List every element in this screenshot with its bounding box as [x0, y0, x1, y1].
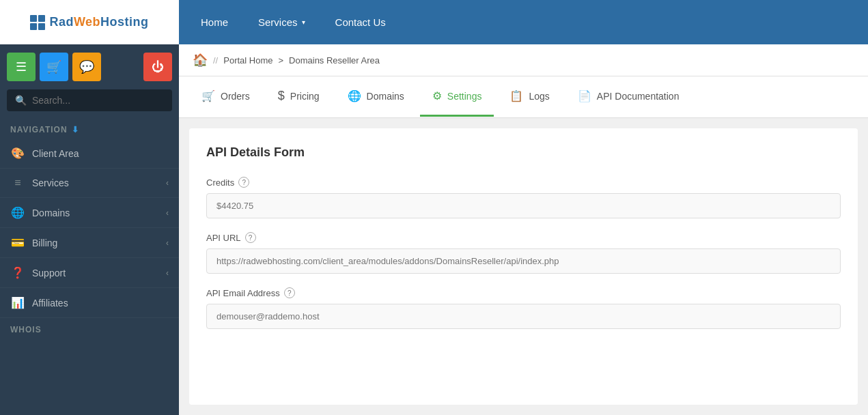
services-icon: ≡ [10, 177, 25, 189]
logo-grid-icon [30, 15, 45, 30]
client-area-icon: 🎨 [10, 147, 25, 160]
sidebar-item-services[interactable]: ≡ Services ‹ [0, 169, 179, 198]
nav-services[interactable]: Services ▾ [243, 0, 320, 44]
nav-items: Home Services ▾ Contact Us [179, 0, 401, 44]
credits-label: Credits ? [206, 177, 841, 188]
tab-pricing[interactable]: $ Pricing [266, 76, 332, 117]
credits-input[interactable] [206, 193, 841, 218]
api-details-form: API Details Form Credits ? API URL ? API… [189, 128, 858, 405]
api-email-input[interactable] [206, 304, 841, 329]
whois-label: WHOIS [0, 318, 179, 339]
orders-tab-icon: 🛒 [201, 89, 215, 102]
domains-arrow-icon: ‹ [166, 208, 169, 218]
cart-button[interactable]: 🛒 [40, 53, 68, 81]
api-email-help-icon[interactable]: ? [284, 287, 295, 298]
top-navigation: RadWebHosting Home Services ▾ Contact Us [0, 0, 868, 44]
services-arrow-icon: ‹ [166, 178, 169, 188]
chat-button[interactable]: 💬 [72, 53, 101, 81]
tab-settings[interactable]: ⚙ Settings [420, 77, 494, 117]
breadcrumb-separator: // [213, 55, 218, 66]
credits-help-icon[interactable]: ? [238, 177, 249, 188]
support-icon: ❓ [10, 266, 25, 279]
api-url-help-icon[interactable]: ? [245, 232, 256, 243]
api-email-label: API Email Address ? [206, 287, 841, 298]
sidebar: ☰ 🛒 💬 ⏻ 🔍 NAVIGATION ⬇ 🎨 Client Area ≡ S… [0, 44, 179, 415]
form-title: API Details Form [206, 145, 841, 160]
api-email-field: API Email Address ? [206, 287, 841, 329]
billing-icon: 💳 [10, 236, 25, 249]
tab-logs[interactable]: 📋 Logs [497, 77, 561, 117]
logs-tab-icon: 📋 [509, 89, 523, 102]
sidebar-item-billing[interactable]: 💳 Billing ‹ [0, 228, 179, 258]
main-layout: ☰ 🛒 💬 ⏻ 🔍 NAVIGATION ⬇ 🎨 Client Area ≡ S… [0, 44, 868, 415]
api-doc-tab-icon: 📄 [578, 89, 591, 102]
sidebar-item-support[interactable]: ❓ Support ‹ [0, 258, 179, 288]
sidebar-actions: ☰ 🛒 💬 ⏻ [0, 44, 179, 89]
pricing-tab-icon: $ [278, 89, 285, 103]
logo[interactable]: RadWebHosting [0, 0, 179, 44]
sidebar-search-container[interactable]: 🔍 [7, 89, 172, 111]
nav-home[interactable]: Home [186, 0, 243, 44]
settings-tab-icon: ⚙ [432, 89, 442, 102]
credits-field: Credits ? [206, 177, 841, 218]
tab-api-documentation[interactable]: 📄 API Documentation [565, 77, 692, 117]
home-icon[interactable]: 🏠 [193, 53, 208, 68]
domains-tab-icon: 🌐 [348, 89, 361, 102]
support-arrow-icon: ‹ [166, 268, 169, 278]
breadcrumb-portal-home[interactable]: Portal Home [223, 55, 272, 66]
search-icon: 🔍 [15, 95, 27, 106]
sidebar-item-client-area[interactable]: 🎨 Client Area [0, 139, 179, 169]
services-caret-icon: ▾ [302, 18, 305, 26]
domains-icon: 🌐 [10, 206, 25, 219]
sidebar-item-domains[interactable]: 🌐 Domains ‹ [0, 198, 179, 228]
search-input[interactable] [32, 95, 164, 106]
tab-orders[interactable]: 🛒 Orders [189, 77, 262, 117]
content-area: 🏠 // Portal Home > Domains Reseller Area… [179, 44, 868, 415]
api-url-field: API URL ? [206, 232, 841, 274]
breadcrumb-current: Domains Reseller Area [289, 55, 380, 66]
nav-caret-icon: ⬇ [72, 125, 79, 134]
api-url-label: API URL ? [206, 232, 841, 243]
sidebar-item-affiliates[interactable]: 📊 Affiliates [0, 288, 179, 318]
logo-text: RadWebHosting [49, 15, 148, 29]
affiliates-icon: 📊 [10, 296, 25, 309]
billing-arrow-icon: ‹ [166, 238, 169, 248]
nav-contact[interactable]: Contact Us [320, 0, 401, 44]
tab-domains[interactable]: 🌐 Domains [335, 77, 417, 117]
navigation-label: NAVIGATION ⬇ [0, 119, 179, 139]
menu-button[interactable]: ☰ [7, 53, 36, 81]
breadcrumb: 🏠 // Portal Home > Domains Reseller Area [179, 44, 868, 76]
power-button[interactable]: ⏻ [143, 53, 172, 81]
tab-bar: 🛒 Orders $ Pricing 🌐 Domains ⚙ Settings … [179, 76, 868, 118]
api-url-input[interactable] [206, 248, 841, 274]
